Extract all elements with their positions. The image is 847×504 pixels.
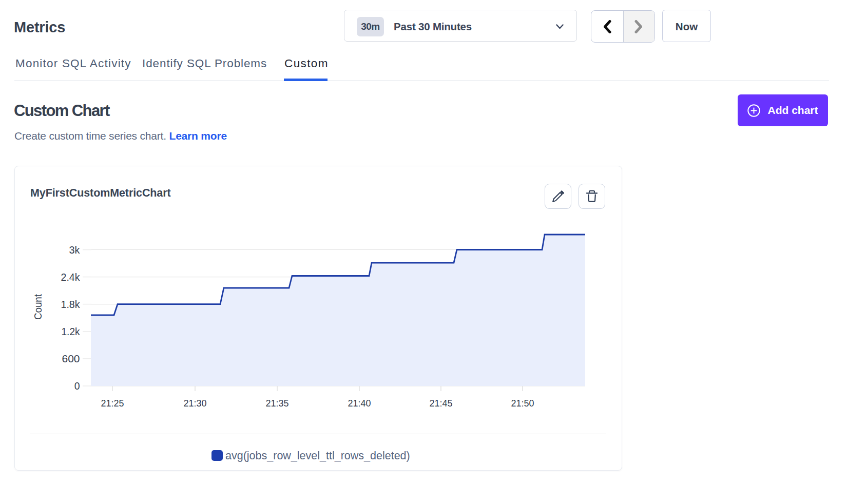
svg-text:21:50: 21:50 [511,398,534,409]
svg-text:0: 0 [74,380,80,392]
svg-text:Count: Count [32,294,44,320]
svg-text:21:30: 21:30 [184,398,207,409]
svg-text:21:25: 21:25 [101,398,124,409]
svg-text:21:35: 21:35 [266,398,289,409]
svg-text:21:45: 21:45 [430,398,453,409]
svg-text:600: 600 [62,353,80,364]
svg-text:2.4k: 2.4k [61,272,80,283]
svg-text:1.2k: 1.2k [62,326,80,337]
svg-text:21:40: 21:40 [348,398,371,409]
svg-text:1.8k: 1.8k [61,299,80,310]
svg-text:3k: 3k [69,244,80,256]
